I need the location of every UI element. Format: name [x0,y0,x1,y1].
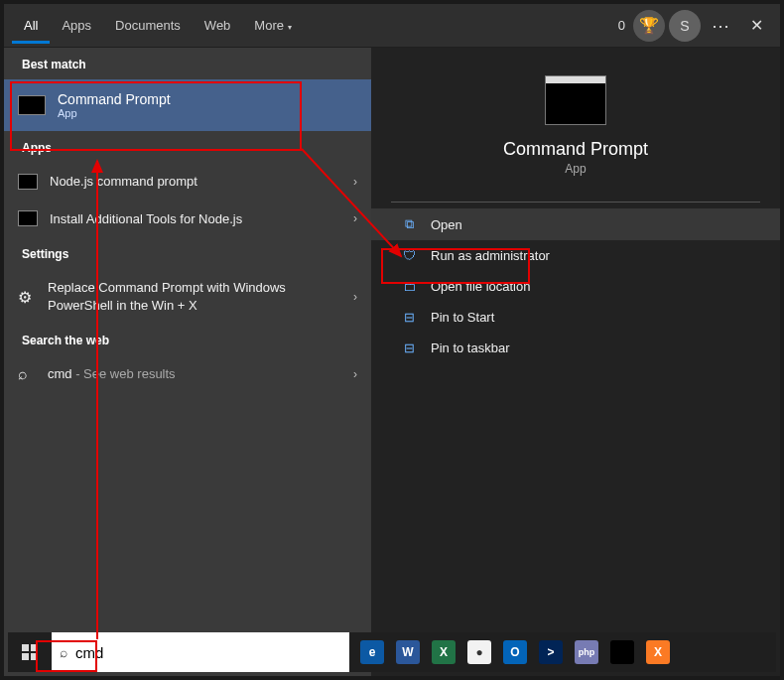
apps-item-node-tools[interactable]: Install Additional Tools for Node.js › [4,201,371,238]
tab-web[interactable]: Web [193,8,243,44]
best-match-item[interactable]: Command Prompt App [4,79,371,131]
tab-documents[interactable]: Documents [103,8,193,44]
chevron-right-icon[interactable]: › [343,290,357,304]
section-web: Search the web [4,324,371,355]
section-best-match: Best match [4,48,371,79]
preview-thumb-icon [545,75,606,125]
apps-item-node-cmd[interactable]: Node.js command prompt › [4,163,371,201]
avatar[interactable]: S [669,10,701,42]
preview-subtitle: App [565,162,586,176]
topbar: All Apps Documents Web More▾ 0 🏆 S ⋯ ✕ [4,4,780,48]
taskbar-icon-edge[interactable]: e [355,632,389,672]
start-button[interactable] [8,632,52,672]
best-match-title: Command Prompt [58,91,171,107]
pin-icon: ⊟ [401,310,417,325]
preview-title: Command Prompt [503,139,648,160]
chevron-right-icon[interactable]: › [343,211,357,225]
taskbar: ⌕ eWX●O>phpX [8,632,776,672]
open-icon: ⧉ [401,216,417,232]
cmd-icon [18,210,38,226]
folder-icon: 🗀 [401,279,417,294]
search-input[interactable] [75,644,341,661]
taskbar-icon-powershell[interactable]: > [534,632,568,672]
pin-icon: ⊟ [401,340,417,355]
shield-icon: 🛡 [401,248,417,263]
taskbar-icon-word[interactable]: W [391,632,425,672]
trophy-icon[interactable]: 🏆 [633,10,665,42]
taskbar-icon-php[interactable]: php [570,632,603,672]
section-settings: Settings [4,237,371,269]
tab-apps[interactable]: Apps [50,8,103,44]
search-icon: ⌕ [18,365,36,383]
chevron-right-icon[interactable]: › [343,367,357,381]
taskbar-search[interactable]: ⌕ [52,632,349,672]
tab-all[interactable]: All [12,8,50,44]
settings-item-replace-cmd[interactable]: ⚙ Replace Command Prompt with Windows Po… [4,269,371,324]
results-pane: Best match Command Prompt App Apps Node.… [4,48,371,676]
section-apps: Apps [4,131,371,163]
chevron-down-icon: ▾ [288,23,292,32]
tab-more[interactable]: More▾ [242,8,304,44]
close-icon[interactable]: ✕ [740,10,772,42]
search-icon: ⌕ [60,644,67,660]
action-pin-taskbar[interactable]: ⊟ Pin to taskbar [371,333,780,363]
more-options-icon[interactable]: ⋯ [705,10,736,42]
cmd-thumb-icon [18,95,46,115]
action-open-location[interactable]: 🗀 Open file location [371,271,780,302]
action-open[interactable]: ⧉ Open [371,208,780,240]
action-run-admin[interactable]: 🛡 Run as administrator [371,240,780,271]
rewards-count: 0 [618,18,625,33]
preview-pane: Command Prompt App ⧉ Open 🛡 Run as admin… [371,48,780,676]
taskbar-icon-xampp[interactable]: X [641,632,675,672]
taskbar-icon-outlook[interactable]: O [498,632,532,672]
web-item-cmd[interactable]: ⌕ cmd - See web results › [4,355,371,393]
best-match-subtitle: App [58,107,171,119]
taskbar-icon-cmd[interactable] [605,632,639,672]
taskbar-icon-excel[interactable]: X [427,632,460,672]
cmd-icon [18,174,38,190]
divider [391,202,760,203]
windows-logo-icon [22,644,38,660]
action-pin-start[interactable]: ⊟ Pin to Start [371,302,780,333]
gear-icon: ⚙ [18,288,36,306]
chevron-right-icon[interactable]: › [343,175,357,189]
taskbar-icon-chrome[interactable]: ● [462,632,496,672]
